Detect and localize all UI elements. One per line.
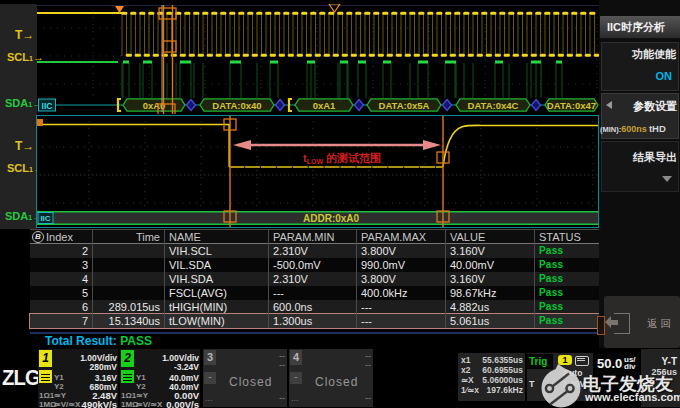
svg-text:DATA:0x5A: DATA:0x5A <box>379 100 430 111</box>
svg-text:DATA:0x40: DATA:0x40 <box>212 100 261 111</box>
svg-text:DATA:0x47: DATA:0x47 <box>547 100 596 111</box>
svg-text:ADDR:0xA0: ADDR:0xA0 <box>303 213 360 224</box>
svg-text:DATA:0x4C: DATA:0x4C <box>468 100 519 111</box>
svg-text:IIC: IIC <box>42 101 53 111</box>
svg-text:IIC: IIC <box>40 214 50 223</box>
svg-text:0xA1: 0xA1 <box>313 100 336 111</box>
